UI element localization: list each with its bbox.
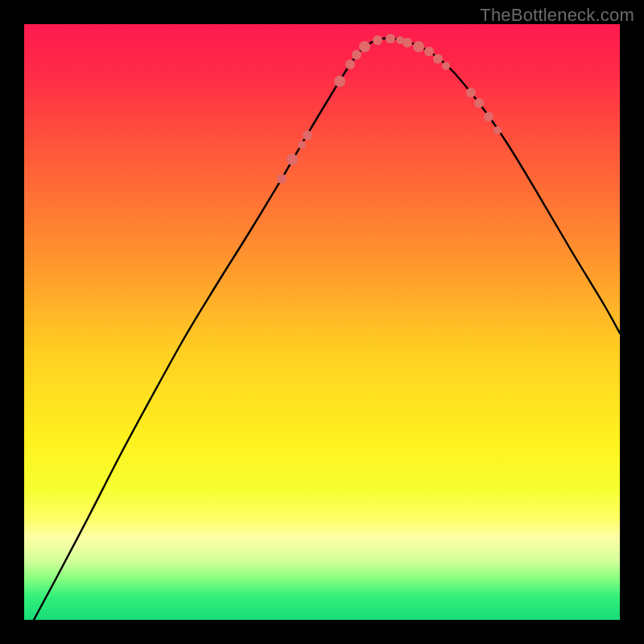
curve-marker — [484, 112, 493, 122]
bottleneck-curve — [24, 24, 620, 620]
curve-marker — [334, 76, 345, 87]
curve-marker — [303, 130, 312, 140]
curve-marker — [493, 126, 502, 134]
curve-marker — [277, 174, 287, 184]
curve-marker — [413, 41, 424, 52]
curve-marker — [373, 35, 382, 45]
curve-marker — [474, 98, 484, 108]
curve-marker — [345, 60, 355, 69]
curve-marker — [442, 62, 450, 70]
curve-marker — [287, 154, 298, 165]
curve-marker — [386, 34, 395, 43]
watermark-text: TheBottleneck.com — [480, 5, 634, 26]
plot-area — [24, 24, 620, 620]
curve-marker — [352, 50, 361, 60]
curve-marker — [402, 38, 412, 47]
curve-marker — [433, 54, 443, 64]
curve-marker — [424, 47, 434, 56]
curve-marker — [359, 41, 370, 52]
curve-marker — [466, 88, 476, 97]
chart-frame: TheBottleneck.com — [0, 0, 644, 644]
curve-marker — [298, 141, 306, 149]
